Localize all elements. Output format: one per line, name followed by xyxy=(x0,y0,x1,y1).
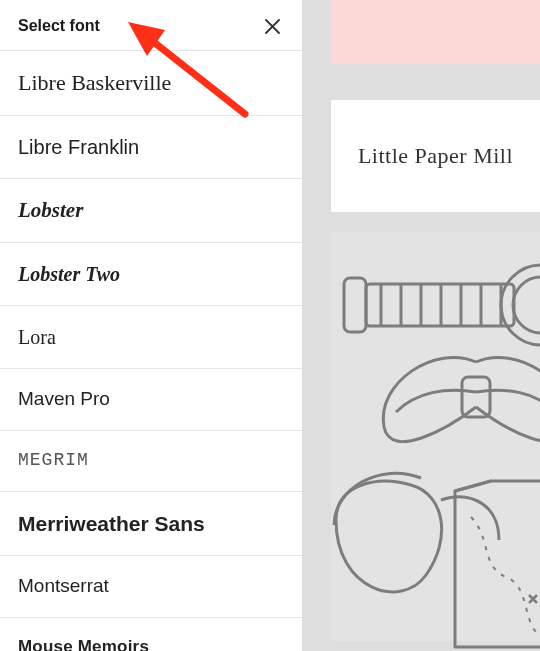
svg-rect-11 xyxy=(462,377,490,417)
close-button[interactable] xyxy=(260,14,284,38)
illustration-map-icon xyxy=(451,477,540,651)
font-select-panel: Select font Libre BaskervilleLibre Frank… xyxy=(0,0,303,651)
illustration-bowtie-icon xyxy=(376,352,540,462)
preview-illustration xyxy=(331,232,540,641)
font-option-lobster[interactable]: Lobster xyxy=(0,179,302,243)
font-option-montserrat[interactable]: Montserrat xyxy=(0,556,302,618)
svg-rect-0 xyxy=(344,278,366,332)
font-list: Libre BaskervilleLibre FranklinLobsterLo… xyxy=(0,50,302,651)
font-option-maven-pro[interactable]: Maven Pro xyxy=(0,369,302,431)
font-option-megrim[interactable]: Megrim xyxy=(0,431,302,492)
font-option-mouse-memoirs[interactable]: Mouse Memoirs xyxy=(0,618,302,651)
font-option-libre-franklin[interactable]: Libre Franklin xyxy=(0,116,302,179)
close-icon xyxy=(265,19,280,34)
font-option-lora[interactable]: Lora xyxy=(0,306,302,369)
font-option-libre-baskerville[interactable]: Libre Baskerville xyxy=(0,50,302,116)
font-option-merriweather-sans[interactable]: Merriweather Sans xyxy=(0,492,302,556)
font-option-lobster-two[interactable]: Lobster Two xyxy=(0,243,302,306)
panel-title: Select font xyxy=(18,17,100,35)
illustration-watch-icon xyxy=(341,260,540,350)
panel-header: Select font xyxy=(0,0,302,50)
preview-banner xyxy=(331,0,540,64)
svg-point-10 xyxy=(513,277,540,333)
preview-title-card: Little Paper Mill xyxy=(331,100,540,212)
preview-site-title: Little Paper Mill xyxy=(358,143,513,169)
site-preview: Little Paper Mill xyxy=(303,0,540,651)
